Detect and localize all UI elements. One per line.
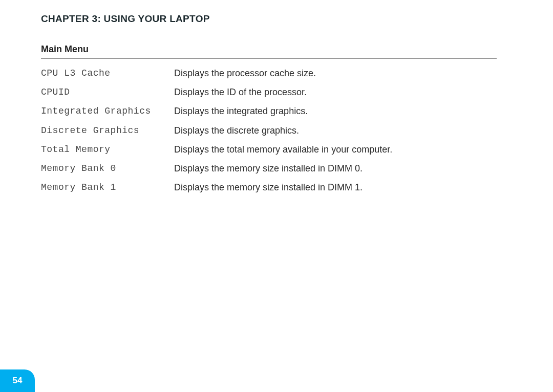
content-area: Main Menu CPU L3 Cache Displays the proc… [41,44,497,197]
table-row: Integrated Graphics Displays the integra… [41,102,497,121]
row-description: Displays the discrete graphics. [174,124,497,137]
row-description: Displays the memory size installed in DI… [174,181,497,194]
row-description: Displays the processor cache size. [174,67,497,80]
row-key: Integrated Graphics [41,105,174,118]
table-row: CPU L3 Cache Displays the processor cach… [41,64,497,83]
page-number-tab: 54 [0,369,35,392]
table-row: Total Memory Displays the total memory a… [41,140,497,159]
table-row: Memory Bank 0 Displays the memory size i… [41,159,497,178]
section-title: Main Menu [41,44,497,59]
table-row: Memory Bank 1 Displays the memory size i… [41,178,497,197]
row-key: Memory Bank 0 [41,162,174,175]
row-key: Memory Bank 1 [41,181,174,194]
row-key: CPUID [41,86,174,99]
row-key: CPU L3 Cache [41,67,174,80]
row-key: Total Memory [41,143,174,156]
table-row: CPUID Displays the ID of the processor. [41,83,497,102]
row-description: Displays the ID of the processor. [174,86,497,99]
chapter-title: CHAPTER 3: USING YOUR LAPTOP [41,13,210,25]
page-number: 54 [13,376,23,386]
table-row: Discrete Graphics Displays the discrete … [41,121,497,140]
row-description: Displays the integrated graphics. [174,105,497,118]
definitions-list: CPU L3 Cache Displays the processor cach… [41,64,497,197]
row-description: Displays the memory size installed in DI… [174,162,497,175]
row-description: Displays the total memory available in y… [174,143,497,156]
row-key: Discrete Graphics [41,124,174,137]
